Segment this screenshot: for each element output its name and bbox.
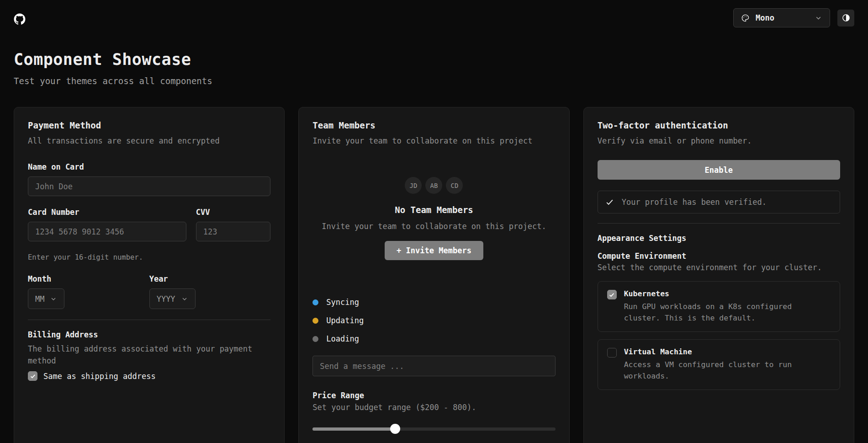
billing-address-title: Billing Address: [28, 330, 270, 339]
card-number-input[interactable]: [28, 222, 186, 241]
name-on-card-input[interactable]: [28, 176, 270, 196]
status-list: Syncing Updating Loading: [312, 293, 555, 348]
compute-environment-description: Select the compute environment for your …: [598, 263, 840, 272]
month-label: Month: [28, 274, 149, 283]
same-as-shipping-checkbox-row[interactable]: Same as shipping address: [28, 371, 270, 381]
option-title: Kubernetes: [624, 289, 831, 298]
name-on-card-field: Name on Card: [28, 162, 270, 196]
avatar: AB: [425, 177, 442, 194]
verified-alert: Your profile has been verified.: [598, 191, 840, 213]
price-range-slider[interactable]: [312, 424, 555, 434]
payment-card-title: Payment Method: [28, 120, 270, 130]
name-on-card-label: Name on Card: [28, 162, 270, 171]
cvv-label: CVV: [196, 208, 271, 217]
message-textarea[interactable]: [312, 356, 555, 376]
team-empty-state: JD AB CD No Team Members Invite your tea…: [312, 177, 555, 260]
status-item: Syncing: [312, 293, 555, 311]
year-select[interactable]: YYYY: [149, 288, 196, 309]
status-item: Updating: [312, 311, 555, 330]
card-number-help-text: Enter your 16-digit number.: [28, 253, 270, 262]
status-dot-loading: [312, 336, 318, 342]
contrast-icon: [842, 13, 851, 22]
palette-icon: [741, 14, 750, 22]
virtual-machine-checkbox[interactable]: [607, 348, 617, 358]
status-item: Loading: [312, 330, 555, 348]
page-subtitle: Test your themes across all components: [14, 76, 854, 86]
payment-method-card: Payment Method All transactions are secu…: [14, 107, 285, 443]
option-content: Kubernetes Run GPU workloads on a K8s co…: [624, 289, 831, 324]
empty-state-title: No Team Members: [312, 205, 555, 215]
compute-environment-title: Compute Environment: [598, 251, 840, 261]
header-controls: Mono: [733, 8, 854, 27]
card-number-cvv-row: Card Number CVV: [28, 208, 270, 241]
option-description: Access a VM configured cluster to run wo…: [624, 359, 831, 382]
option-description: Run GPU workloads on a K8s configured cl…: [624, 301, 831, 324]
option-content: Virtual Machine Access a VM configured c…: [624, 347, 831, 382]
status-label: Syncing: [326, 298, 359, 307]
avatar: CD: [446, 177, 463, 194]
theme-mode-toggle-button[interactable]: [837, 10, 854, 27]
avatar-group: JD AB CD: [312, 177, 555, 194]
month-select-value: MM: [35, 294, 44, 304]
theme-select[interactable]: Mono: [733, 8, 830, 27]
status-dot-syncing: [312, 299, 318, 305]
theme-select-value: Mono: [756, 13, 774, 22]
status-label: Loading: [326, 334, 359, 343]
card-number-field: Card Number: [28, 208, 186, 241]
two-factor-card: Two-factor authentication Verify via ema…: [583, 107, 854, 443]
page-title: Component Showcase: [14, 50, 854, 69]
card-number-label: Card Number: [28, 208, 186, 217]
enable-button[interactable]: Enable: [598, 160, 840, 180]
option-virtual-machine[interactable]: Virtual Machine Access a VM configured c…: [598, 339, 840, 390]
empty-state-description: Invite your team to collaborate on this …: [312, 222, 555, 231]
header: Mono: [0, 0, 868, 27]
appearance-settings-title: Appearance Settings: [598, 234, 840, 243]
month-select[interactable]: MM: [28, 288, 64, 309]
option-title: Virtual Machine: [624, 347, 831, 356]
twofa-card-description: Verify via email or phone number.: [598, 135, 840, 147]
year-label: Year: [149, 274, 271, 283]
cards-grid: Payment Method All transactions are secu…: [0, 107, 868, 443]
avatar: JD: [405, 177, 422, 194]
twofa-card-title: Two-factor authentication: [598, 120, 840, 130]
expiry-row: Month MM Year YYYY: [28, 274, 270, 309]
check-icon: [605, 198, 614, 207]
year-field: Year YYYY: [149, 274, 271, 309]
team-card-description: Invite your team to collaborate on this …: [312, 135, 555, 147]
payment-card-description: All transactions are secure and encrypte…: [28, 135, 270, 147]
status-dot-updating: [312, 318, 318, 324]
payment-divider: [28, 320, 270, 320]
github-icon[interactable]: [14, 13, 26, 25]
chevron-down-icon: [815, 14, 822, 22]
chevron-down-icon: [50, 295, 57, 303]
option-kubernetes[interactable]: Kubernetes Run GPU workloads on a K8s co…: [598, 281, 840, 332]
chevron-down-icon: [181, 295, 188, 303]
billing-address-description: The billing address associated with your…: [28, 343, 270, 367]
month-field: Month MM: [28, 274, 149, 309]
kubernetes-checkbox[interactable]: [607, 290, 617, 299]
slider-fill: [312, 427, 395, 431]
slider-thumb[interactable]: [390, 424, 400, 434]
twofa-divider: [598, 223, 840, 224]
same-as-shipping-checkbox[interactable]: [28, 371, 37, 381]
year-select-value: YYYY: [157, 294, 175, 304]
cvv-input[interactable]: [196, 222, 271, 241]
cvv-field: CVV: [196, 208, 271, 241]
team-members-card: Team Members Invite your team to collabo…: [298, 107, 569, 443]
price-range-label: Price Range: [312, 391, 555, 400]
verified-alert-text: Your profile has been verified.: [622, 197, 767, 207]
status-label: Updating: [326, 316, 364, 325]
team-card-title: Team Members: [312, 120, 555, 130]
same-as-shipping-label: Same as shipping address: [43, 372, 156, 381]
invite-members-button[interactable]: + Invite Members: [385, 241, 483, 260]
price-range-description: Set your budget range ($200 - 800).: [312, 403, 555, 412]
